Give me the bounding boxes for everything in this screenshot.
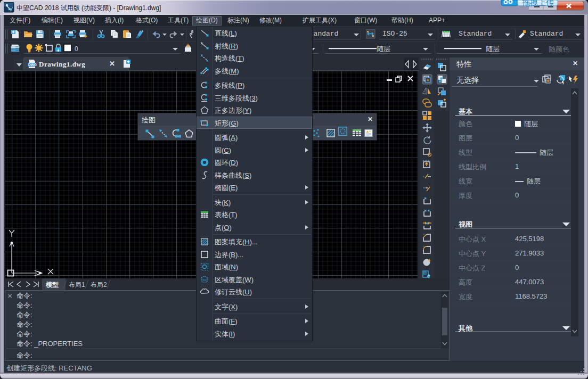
svg-text:DWG: DWG <box>28 63 37 67</box>
svg-text:拖拽上传: 拖拽上传 <box>522 0 554 6</box>
